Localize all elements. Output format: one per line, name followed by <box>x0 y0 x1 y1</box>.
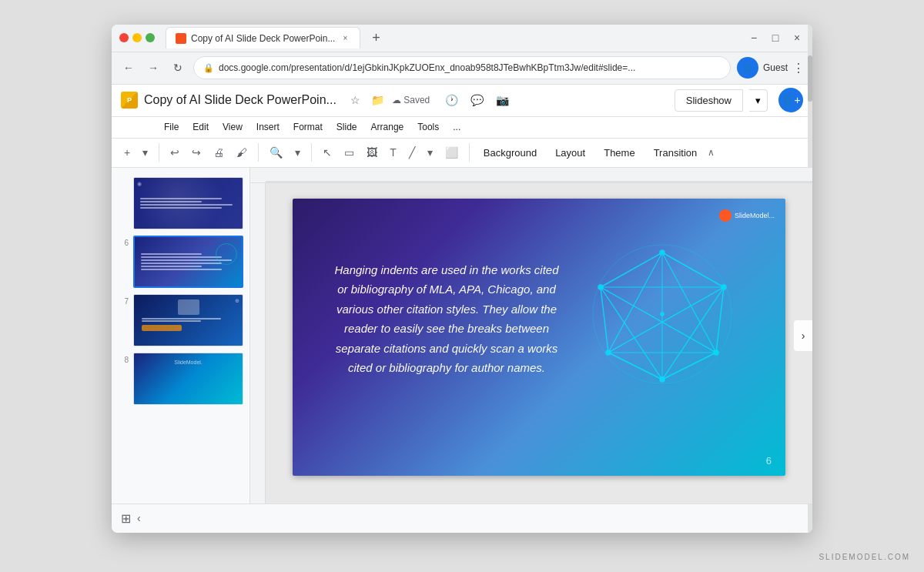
close-button[interactable] <box>119 33 129 42</box>
back-button[interactable]: ← <box>119 59 138 77</box>
maximize-button[interactable] <box>146 33 155 42</box>
win-restore-btn[interactable]: □ <box>768 30 783 45</box>
menu-slide[interactable]: Slide <box>330 119 363 135</box>
meet-button[interactable]: 📷 <box>493 91 512 109</box>
menu-more[interactable]: ... <box>447 119 467 135</box>
svg-point-12 <box>660 250 665 255</box>
slideshow-dropdown-button[interactable]: ▾ <box>749 89 768 112</box>
menu-file[interactable]: File <box>158 119 185 135</box>
line-dropdown[interactable]: ▾ <box>423 143 437 162</box>
win-controls-right: − □ × <box>746 30 805 45</box>
app-header: P Copy of AI Slide Deck PowerPoin... ☆ 📁… <box>112 85 812 117</box>
toolbar: + ▾ ↩ ↪ 🖨 🖌 🔍 ▾ ↖ ▭ 🖼 T ╱ ▾ ⬜ Background… <box>112 139 812 168</box>
theme-label[interactable]: Theme <box>596 144 642 162</box>
win-minimize-btn[interactable]: − <box>746 30 762 45</box>
svg-point-15 <box>660 377 665 382</box>
history-button[interactable]: 🕐 <box>442 91 461 109</box>
lock-icon: 🔒 <box>203 63 214 73</box>
svg-point-13 <box>721 285 726 289</box>
add-dropdown[interactable]: ▾ <box>138 143 152 162</box>
panel-collapse-button[interactable]: ‹ <box>137 512 141 524</box>
slide-item-6[interactable]: 6 <box>112 232 249 291</box>
slideshow-button[interactable]: Slideshow <box>675 89 743 112</box>
slide-item-8[interactable]: 8 SlideModel. <box>112 350 249 408</box>
docs-favicon: P <box>127 96 132 104</box>
slide-background: SlideModel... Hanging indents are used i… <box>293 199 785 476</box>
image-tool[interactable]: 🖼 <box>362 143 382 162</box>
slide-container: SlideModel... Hanging indents are used i… <box>293 199 785 476</box>
comments-button[interactable]: 💬 <box>467 91 487 109</box>
slide-number-7: 7 <box>118 297 129 306</box>
slide-number-6: 6 <box>118 239 129 247</box>
doc-title: Copy of AI Slide Deck PowerPoin... <box>144 93 336 107</box>
slide-text-area[interactable]: Hanging indents are used in the works ci… <box>331 260 562 378</box>
transition-label[interactable]: Transition <box>646 144 705 162</box>
new-tab-button[interactable]: + <box>365 27 387 49</box>
background-label[interactable]: Background <box>476 144 544 162</box>
menu-insert[interactable]: Insert <box>250 119 286 135</box>
docs-icon: P <box>121 92 138 109</box>
undo-button[interactable]: ↩ <box>166 143 184 162</box>
star-button[interactable]: ☆ <box>347 91 363 109</box>
ruler-top <box>250 168 812 183</box>
add-button[interactable]: + <box>119 143 135 162</box>
chevron-down-icon: ▾ <box>755 95 761 106</box>
toolbar-divider-1 <box>159 143 159 162</box>
slide-thumb-5[interactable]: ◉ <box>133 177 243 229</box>
slide-thumb-8[interactable]: SlideModel. <box>133 353 243 405</box>
text-tool[interactable]: T <box>385 143 401 162</box>
win-close-btn[interactable]: × <box>789 30 805 45</box>
browser-menu-button[interactable]: ⋮ <box>792 61 805 75</box>
zoom-button[interactable]: 🔍 <box>265 143 287 162</box>
toolbar-divider-4 <box>469 143 470 162</box>
slide-item-7[interactable]: 7 ⊕ <box>112 291 249 350</box>
person-add-icon: 👤+ <box>781 94 800 106</box>
url-bar[interactable]: 🔒 docs.google.com/presentation/d/1ejGbki… <box>193 56 731 79</box>
svg-point-17 <box>598 285 603 289</box>
layout-label[interactable]: Layout <box>547 144 593 162</box>
menu-bar: File Edit View Insert Format Slide Arran… <box>112 117 812 139</box>
next-slide-button[interactable]: › <box>794 320 812 351</box>
share-button[interactable]: 👤+ <box>778 88 803 112</box>
header-icons: ☆ 📁 ☁ Saved <box>347 91 430 109</box>
insert-tool[interactable]: ⬜ <box>440 143 463 162</box>
menu-arrange[interactable]: Arrange <box>365 119 410 135</box>
saved-status: ☁ Saved <box>392 95 430 105</box>
print-button[interactable]: 🖨 <box>209 143 229 162</box>
browser-window: Copy of AI Slide Deck PowerPoin... × + −… <box>112 25 812 533</box>
svg-line-10 <box>662 287 724 380</box>
shape-tool[interactable]: ▭ <box>340 143 359 162</box>
menu-edit[interactable]: Edit <box>186 119 215 135</box>
menu-view[interactable]: View <box>216 119 249 135</box>
paint-format-button[interactable]: 🖌 <box>232 143 252 162</box>
svg-line-11 <box>601 287 662 380</box>
tab-close-button[interactable]: × <box>340 33 350 44</box>
slide-item-5[interactable]: ◉ <box>112 174 249 232</box>
slide-thumb-6[interactable] <box>133 236 243 288</box>
zoom-dropdown[interactable]: ▾ <box>290 143 305 162</box>
toolbar-collapse-button[interactable]: ∧ <box>708 147 715 158</box>
browser-tab[interactable]: Copy of AI Slide Deck PowerPoin... × <box>166 27 360 49</box>
forward-button[interactable]: → <box>144 59 162 77</box>
grid-view-button[interactable]: ⊞ <box>121 511 131 526</box>
slide-number-8: 8 <box>118 356 129 364</box>
brand-logo-icon <box>719 209 732 222</box>
profile-button[interactable]: 👤 <box>737 57 758 79</box>
svg-point-18 <box>661 313 664 316</box>
menu-format[interactable]: Format <box>287 119 329 135</box>
ruler-left <box>250 183 266 503</box>
slide-thumb-7[interactable]: ⊕ <box>133 294 243 346</box>
folder-button[interactable]: 📁 <box>368 91 387 109</box>
redo-button[interactable]: ↪ <box>187 143 206 162</box>
minimize-button[interactable] <box>132 33 142 42</box>
geometric-shape <box>578 229 747 399</box>
line-tool[interactable]: ╱ <box>404 143 420 162</box>
select-tool[interactable]: ↖ <box>318 143 336 162</box>
tab-title: Copy of AI Slide Deck PowerPoin... <box>191 33 335 44</box>
slide-body-text: Hanging indents are used in the works ci… <box>331 260 562 378</box>
refresh-button[interactable]: ↻ <box>169 59 187 77</box>
profile-icon: 👤 <box>742 63 753 73</box>
menu-tools[interactable]: Tools <box>411 119 445 135</box>
slide-number-indicator: 6 <box>766 455 772 467</box>
profile-area: 👤 Guest ⋮ <box>737 57 805 79</box>
